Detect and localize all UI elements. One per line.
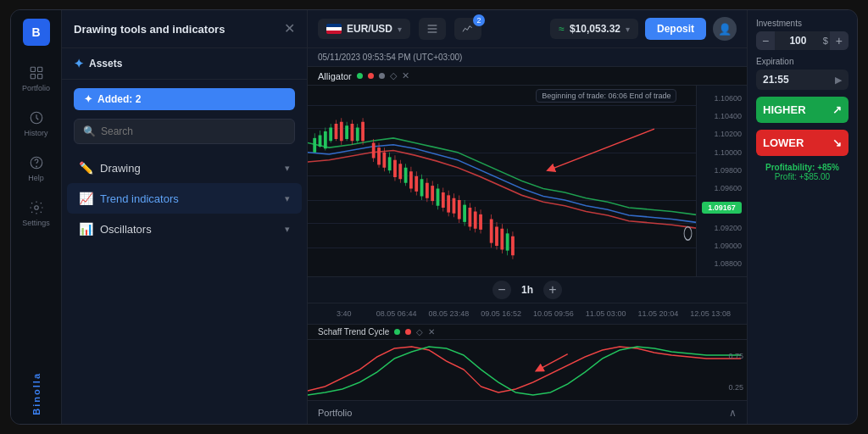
oscillator-info-bar: Schaff Trend Cycle ◇ ✕: [308, 325, 747, 340]
price-level-6: 1.09600: [702, 184, 742, 192]
alligator-close-icon: ✕: [402, 70, 409, 81]
added-badge[interactable]: ✦ Added: 2: [74, 88, 295, 110]
portfolio-label: Portfolio: [22, 84, 50, 92]
assets-header: ✦ Assets: [62, 48, 307, 80]
balance-icon: ≈: [559, 23, 565, 35]
svg-rect-1: [37, 67, 42, 71]
balance-chevron: ▾: [626, 25, 630, 34]
trend-icon: 📈: [79, 192, 93, 205]
avatar[interactable]: 👤: [713, 17, 737, 41]
expiration-section: Expiration 21:55 ▶: [756, 57, 849, 90]
sidebar-item-history[interactable]: History: [14, 103, 58, 144]
close-button[interactable]: ✕: [284, 22, 295, 36]
time-minus-button[interactable]: −: [492, 281, 511, 299]
osc-value-1: 0.75: [728, 352, 743, 360]
indicators-button[interactable]: 2: [454, 18, 481, 40]
higher-arrow-icon: ↗: [832, 103, 842, 116]
osc-close-icon: ✕: [428, 327, 435, 337]
investment-minus-button[interactable]: −: [756, 31, 775, 50]
sidebar-item-help[interactable]: Help: [14, 147, 58, 189]
alligator-label: Alligator: [318, 71, 352, 81]
investment-plus-button[interactable]: +: [830, 31, 849, 50]
price-level-3: 1.10200: [702, 130, 742, 138]
time-label-2: 08.05 23:48: [423, 309, 476, 318]
help-icon: [28, 154, 45, 171]
balance-display[interactable]: ≈ $10,053.32 ▾: [550, 19, 638, 39]
portfolio-icon: [28, 64, 45, 81]
added-count: Added: 2: [97, 93, 141, 105]
drawing-label: Drawing: [100, 162, 141, 175]
price-level-8: 1.09000: [702, 242, 742, 250]
svg-point-7: [34, 206, 38, 210]
trend-section[interactable]: 📈 Trend indicators ▾: [67, 183, 302, 214]
deposit-button[interactable]: Deposit: [645, 18, 706, 40]
indicators-badge: 2: [473, 14, 485, 26]
lower-button[interactable]: LOWER ↘: [756, 130, 849, 156]
settings-icon: [28, 199, 45, 216]
time-label-1: 08.05 06:44: [370, 309, 423, 318]
sidebar-item-portfolio[interactable]: Portfolio: [14, 58, 58, 99]
lower-arrow-icon: ↘: [832, 136, 842, 149]
price-level-7: 1.09200: [702, 224, 742, 232]
drawing-chevron: ▾: [285, 163, 290, 174]
investment-label: Investments: [756, 19, 849, 28]
expiry-time: 21:55: [763, 74, 789, 86]
time-label-4: 10.05 09:56: [527, 309, 580, 318]
expiry-arrow-icon: ▶: [835, 75, 842, 86]
investment-amount: 100: [775, 31, 821, 50]
profitability-label: Profitability: +85%: [756, 163, 849, 172]
search-input[interactable]: [101, 125, 286, 137]
binolla-brand: Binolla: [31, 365, 42, 415]
lower-label: LOWER: [763, 136, 804, 149]
osc-dot-red: [405, 329, 411, 335]
trend-label: Trend indicators: [100, 192, 179, 205]
chart-svg: [308, 86, 747, 276]
panel-title: Drawing tools and indicators: [74, 23, 225, 36]
time-label-5: 11.05 03:00: [580, 309, 632, 318]
price-level-4: 1.10000: [702, 148, 742, 157]
asset-selector[interactable]: EUR/USD ▾: [318, 19, 410, 39]
settings-label: Settings: [22, 219, 50, 227]
osc-settings-icon: ◇: [416, 327, 423, 337]
alligator-dot-gray: [379, 73, 385, 79]
chart-settings-button[interactable]: [419, 18, 446, 40]
oscillators-section[interactable]: 📊 Oscillators ▾: [67, 214, 302, 244]
svg-point-83: [684, 227, 692, 241]
oscillators-chevron: ▾: [285, 224, 290, 235]
left-nav: B Portfolio History Help Settings: [11, 10, 62, 424]
indicator-info-bar: Alligator ◇ ✕: [308, 67, 747, 86]
time-label-6: 11.05 20:04: [632, 309, 685, 318]
topbar-right: ≈ $10,053.32 ▾ Deposit 👤: [550, 17, 737, 41]
price-level-1: 1.10600: [702, 94, 742, 103]
search-box: 🔍: [74, 119, 295, 144]
added-icon: ✦: [84, 93, 92, 105]
oscillator-axis: 0.75 0.25: [713, 340, 747, 400]
price-axis: 1.10600 1.10400 1.10200 1.10000 1.09800 …: [696, 86, 747, 276]
time-value: 1h: [521, 284, 533, 296]
expiration-label: Expiration: [756, 57, 849, 66]
portfolio-bar[interactable]: Portfolio ∧: [308, 400, 747, 424]
alligator-dot-red: [368, 73, 374, 79]
osc-dot-green: [394, 329, 400, 335]
drawing-section[interactable]: ✏️ Drawing ▾: [67, 153, 302, 183]
panel-header: Drawing tools and indicators ✕: [62, 10, 307, 48]
asset-label: EUR/USD: [347, 23, 392, 35]
time-plus-button[interactable]: +: [543, 281, 562, 299]
time-axis: 3:40 08.05 06:44 08.05 23:48 09.05 16:52…: [308, 303, 747, 324]
history-label: History: [24, 129, 47, 137]
tools-panel: Drawing tools and indicators ✕ ✦ Assets …: [62, 10, 308, 424]
oscillator-label: Schaff Trend Cycle: [318, 327, 389, 337]
sidebar-item-settings[interactable]: Settings: [14, 192, 58, 234]
higher-label: HIGHER: [763, 103, 806, 116]
svg-rect-2: [31, 75, 35, 79]
time-label-3: 09.05 16:52: [475, 309, 527, 318]
main-chart-area: EUR/USD ▾ 2 ≈ $10,053.32 ▾ Deposit 👤: [308, 10, 747, 424]
higher-button[interactable]: HIGHER ↗: [756, 97, 849, 123]
oscillator-svg: [308, 340, 747, 399]
trend-section-left: 📈 Trend indicators: [79, 192, 179, 205]
topbar: EUR/USD ▾ 2 ≈ $10,053.32 ▾ Deposit 👤: [308, 10, 747, 48]
price-level-2: 1.10400: [702, 112, 742, 120]
app-logo: B: [23, 19, 50, 46]
portfolio-expand-icon: ∧: [729, 407, 737, 419]
time-label-7: 12.05 13:08: [684, 309, 737, 318]
